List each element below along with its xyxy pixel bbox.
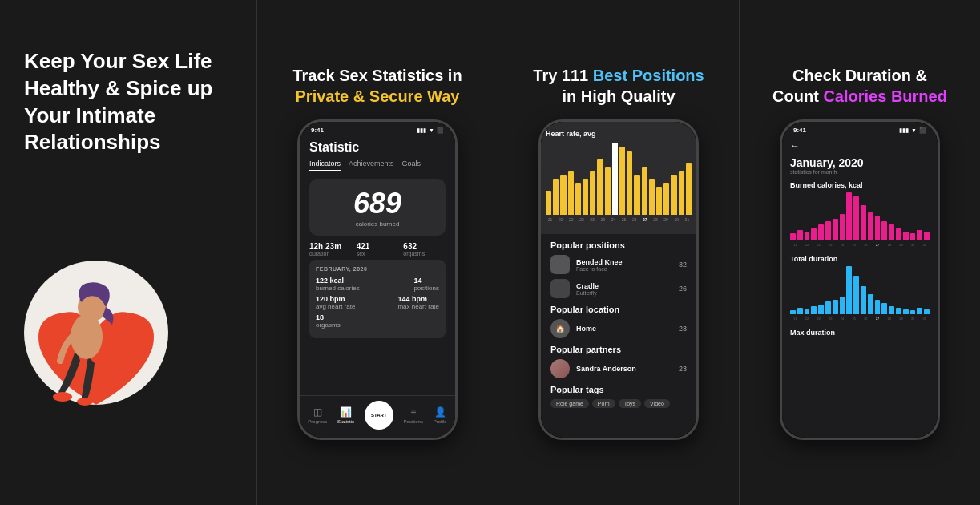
- stats-big-num: 689: [317, 187, 438, 220]
- position-avatar-1: [550, 255, 570, 274]
- blue-bar-9: [853, 276, 859, 314]
- bar-11: [627, 151, 632, 215]
- tags-row: Role game Porn Toys Video: [550, 399, 687, 408]
- blue-bar-10: [861, 286, 866, 314]
- bar-14: [649, 179, 655, 215]
- blue-bar-1: [797, 308, 803, 314]
- blue-bar-12: [875, 300, 881, 314]
- blue-bar-15: [896, 308, 901, 314]
- pink-bar-1: [797, 230, 803, 240]
- partner-item: Sandra Anderson 23: [550, 359, 687, 378]
- positions-screen: Heart rate, avg 212222 222323 242526 27 …: [541, 122, 696, 421]
- phone-2-status: 9:41 ▮▮▮ ▼ ⬛: [300, 122, 455, 134]
- bar-7: [597, 159, 603, 215]
- calories-section: Burned calories, kcal 112222 232425 2627…: [790, 181, 930, 247]
- svg-point-4: [77, 398, 93, 406]
- phone-2-bottom-bar: ◫ Progress 📊 Statistic START ≡ Positions…: [300, 395, 455, 438]
- blue-bar-4: [818, 305, 824, 314]
- stats-tab-achievements[interactable]: Achievements: [349, 160, 394, 171]
- bar-5: [583, 179, 588, 215]
- heart-rate-chart: Heart rate, avg 212222 222323 242526 27 …: [541, 122, 696, 234]
- bar-9: [612, 143, 618, 215]
- blue-bar-3: [811, 306, 817, 314]
- blue-bar-0: [790, 310, 796, 314]
- duration-screen: ← January, 2020 statistics for month Bur…: [782, 134, 938, 351]
- stats-screen: Statistic Indicators Achievements Goals …: [300, 134, 455, 349]
- panel2-headline: Track Sex Statistics in Private & Secure…: [292, 65, 462, 107]
- calories-chart: [790, 192, 930, 240]
- phone-4: 9:41 ▮▮▮ ▼ ⬛ ← January, 2020 statistics …: [780, 119, 940, 440]
- blue-bar-18: [917, 308, 922, 314]
- bottom-bar-start[interactable]: START: [365, 401, 393, 430]
- pink-bar-0: [790, 233, 796, 240]
- max-duration-title: Max duration: [790, 329, 930, 337]
- bottom-bar-progress[interactable]: ◫ Progress: [308, 406, 327, 424]
- pink-bar-6: [833, 219, 838, 240]
- stats-summary-row: 12h 23m duration 421 sex 632 orgasms: [309, 242, 446, 257]
- phone-2: 9:41 ▮▮▮ ▼ ⬛ Statistic Indicators Achiev…: [297, 119, 458, 440]
- blue-bar-17: [910, 310, 916, 314]
- bar-18: [679, 171, 684, 215]
- back-arrow[interactable]: ←: [790, 140, 930, 152]
- bar-0: [546, 191, 551, 215]
- stats-monthly-section: FEBRUARY, 2020 122 kcal burned calories …: [309, 260, 446, 338]
- panel1-headline: Keep Your Sex Life Healthy & Spice up Yo…: [24, 48, 213, 156]
- pink-bar-3: [811, 228, 817, 240]
- phone-3-screen: Heart rate, avg 212222 222323 242526 27 …: [541, 122, 696, 438]
- phone-2-screen: 9:41 ▮▮▮ ▼ ⬛ Statistic Indicators Achiev…: [300, 122, 455, 438]
- panel-4: Check Duration & Count Calories Burned 9…: [739, 0, 980, 505]
- progress-icon: ◫: [313, 406, 322, 418]
- duration-title: Total duration: [790, 255, 930, 263]
- pink-bar-18: [917, 230, 922, 240]
- month-sub: statistics for month: [790, 169, 930, 175]
- phone-3: Heart rate, avg 212222 222323 242526 27 …: [538, 119, 699, 440]
- stats-orgasms: 632 orgasms: [403, 242, 446, 257]
- bar-2: [560, 175, 566, 215]
- bottom-bar-profile[interactable]: 👤 Profile: [434, 406, 447, 424]
- pink-bar-19: [924, 232, 930, 240]
- positions-icon: ≡: [410, 406, 416, 418]
- stats-big-label: calories burned: [317, 220, 438, 228]
- pink-bar-13: [881, 221, 887, 240]
- start-button[interactable]: START: [365, 401, 393, 430]
- pink-bar-4: [818, 224, 824, 240]
- blue-bar-2: [805, 309, 810, 314]
- blue-bar-14: [889, 306, 894, 314]
- calories-x-labels: 112222 232425 2627 2829 3031: [790, 243, 930, 247]
- pink-bar-2: [805, 232, 810, 240]
- blue-bar-6: [833, 300, 838, 314]
- panel-2: Track Sex Statistics in Private & Secure…: [256, 0, 498, 505]
- stats-sex: 421 sex: [357, 242, 399, 257]
- position-item-1: Bended Knee Face to face 32: [550, 255, 687, 274]
- month-title: January, 2020: [790, 156, 930, 169]
- pink-bar-9: [853, 196, 859, 240]
- tag-porn: Porn: [592, 399, 615, 408]
- blue-bar-5: [825, 301, 831, 314]
- pink-bar-17: [910, 233, 916, 240]
- blue-bar-7: [840, 297, 845, 314]
- stats-tabs: Indicators Achievements Goals: [309, 160, 446, 171]
- stats-tab-indicators[interactable]: Indicators: [309, 160, 341, 171]
- pink-bar-11: [868, 212, 873, 240]
- chart-x-labels: 212222 222323 242526 27 2829 3031: [546, 217, 692, 222]
- stats-duration: 12h 23m duration: [309, 242, 352, 257]
- stats-title: Statistic: [309, 140, 446, 155]
- tag-toys: Toys: [619, 399, 641, 408]
- panel3-headline: Try 111 Best Positions in High Quality: [533, 65, 704, 107]
- bar-19: [686, 163, 692, 215]
- stats-tab-goals[interactable]: Goals: [402, 160, 421, 171]
- bar-4: [575, 183, 581, 215]
- calories-title: Burned calories, kcal: [790, 181, 930, 189]
- pink-bar-5: [825, 221, 831, 240]
- panel-1: Keep Your Sex Life Healthy & Spice up Yo…: [0, 0, 256, 505]
- pink-bar-15: [896, 228, 901, 240]
- phone-4-screen: 9:41 ▮▮▮ ▼ ⬛ ← January, 2020 statistics …: [782, 122, 938, 438]
- bottom-bar-positions[interactable]: ≡ Positions: [404, 406, 423, 424]
- phone-4-status: 9:41 ▮▮▮ ▼ ⬛: [782, 122, 938, 134]
- pink-bar-12: [875, 216, 881, 240]
- position-item-2: Cradle Butterfly 26: [550, 279, 687, 298]
- blue-bar-8: [846, 266, 852, 314]
- bar-3: [568, 171, 574, 215]
- bottom-bar-statistic[interactable]: 📊 Statistic: [337, 406, 354, 424]
- duration-section: Total duration 112222 232425 2627 2829 3…: [790, 255, 930, 321]
